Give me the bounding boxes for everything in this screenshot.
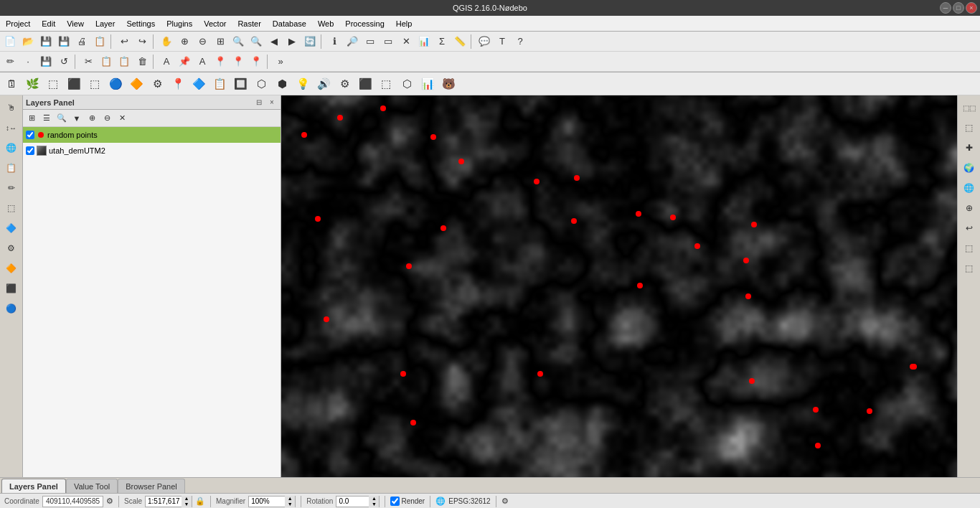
scale-input[interactable]: ▲ ▼ xyxy=(145,496,192,507)
edit-toolbar-btn-10[interactable]: A xyxy=(158,53,175,70)
toolbar-btn-29[interactable]: 💬 xyxy=(476,33,493,50)
edit-toolbar-btn-0[interactable]: ✏ xyxy=(1,53,19,70)
layers-filter[interactable]: 🔍 xyxy=(55,111,69,126)
maximize-button[interactable]: □ xyxy=(953,2,964,14)
layer-item-utah-dem[interactable]: utah_demUTM2 xyxy=(23,143,281,159)
left-btn-7[interactable]: 🔷 xyxy=(2,219,21,237)
layers-remove[interactable]: ✕ xyxy=(115,111,129,126)
plugin-btn-11[interactable]: 🔲 xyxy=(230,74,250,94)
edit-toolbar-btn-15[interactable]: 📍 xyxy=(248,53,265,70)
left-btn-1[interactable]: 🖱 xyxy=(2,98,21,117)
right-btn-2[interactable]: ⬚ xyxy=(960,118,979,137)
toolbar-btn-31[interactable]: ? xyxy=(512,33,529,50)
menu-item-help[interactable]: Help xyxy=(390,18,418,29)
toolbar-btn-17[interactable]: ▶ xyxy=(283,33,301,50)
edit-toolbar-btn-11[interactable]: 📌 xyxy=(176,53,193,70)
toolbar-btn-21[interactable]: 🔎 xyxy=(344,33,361,50)
toolbar-btn-2[interactable]: 💾 xyxy=(37,33,55,50)
toolbar-btn-10[interactable]: ✋ xyxy=(158,33,175,50)
layers-filter2[interactable]: ▼ xyxy=(70,111,84,126)
magnifier-down-button[interactable]: ▼ xyxy=(285,502,295,507)
edit-toolbar-btn-6[interactable]: 📋 xyxy=(98,53,115,70)
tab-layers-panel[interactable]: Layers Panel xyxy=(1,479,66,493)
menu-item-settings[interactable]: Settings xyxy=(121,18,161,29)
edit-toolbar-btn-14[interactable]: 📍 xyxy=(230,53,247,70)
plugin-btn-15[interactable]: 🔊 xyxy=(314,74,334,94)
right-btn-4[interactable]: 🌍 xyxy=(960,159,979,177)
left-btn-5[interactable]: ✏ xyxy=(2,179,21,197)
render-checkbox[interactable] xyxy=(390,497,400,506)
right-btn-1[interactable]: ⬚⬚ xyxy=(960,98,979,117)
scale-up-button[interactable]: ▲ xyxy=(182,496,192,502)
right-btn-3[interactable]: ✚ xyxy=(960,138,979,157)
left-btn-11[interactable]: 🔵 xyxy=(2,299,21,318)
edit-toolbar-btn-3[interactable]: ↺ xyxy=(55,53,72,70)
toolbar-btn-22[interactable]: ▭ xyxy=(362,33,379,50)
toolbar-btn-25[interactable]: 📊 xyxy=(415,33,433,50)
tab-value-tool[interactable]: Value Tool xyxy=(66,479,118,493)
edit-toolbar-btn-1[interactable]: · xyxy=(19,53,37,70)
left-btn-2[interactable]: ↕↔ xyxy=(2,118,21,137)
epsg-label[interactable]: EPSG:32612 xyxy=(448,497,490,505)
scale-down-button[interactable]: ▼ xyxy=(182,502,192,507)
toolbar-btn-0[interactable]: 📄 xyxy=(1,33,19,50)
rotation-value-input[interactable] xyxy=(336,497,369,507)
rotation-down-button[interactable]: ▼ xyxy=(369,502,379,507)
left-btn-6[interactable]: ⬚ xyxy=(2,199,21,217)
toolbar-btn-13[interactable]: ⊞ xyxy=(212,33,229,50)
plugin-btn-8[interactable]: 📍 xyxy=(168,74,188,94)
map-canvas[interactable] xyxy=(281,95,957,477)
toolbar-btn-11[interactable]: ⊕ xyxy=(176,33,193,50)
plugin-btn-9[interactable]: 🔷 xyxy=(189,74,209,94)
plugin-btn-3[interactable]: ⬛ xyxy=(64,74,84,94)
toolbar-btn-16[interactable]: ◀ xyxy=(265,33,283,50)
toolbar-btn-26[interactable]: Σ xyxy=(433,33,451,50)
plugin-btn-10[interactable]: 📋 xyxy=(209,74,230,94)
magnifier-input[interactable]: ▲ ▼ xyxy=(248,496,296,507)
plugin-btn-7[interactable]: ⚙ xyxy=(147,74,167,94)
edit-toolbar-btn-12[interactable]: A xyxy=(194,53,211,70)
plugin-btn-20[interactable]: 📊 xyxy=(418,74,438,94)
layers-close-button[interactable]: × xyxy=(266,97,278,108)
menu-item-view[interactable]: View xyxy=(61,18,90,29)
menu-item-plugins[interactable]: Plugins xyxy=(161,18,198,29)
layers-collapse[interactable]: ⊖ xyxy=(100,111,114,126)
left-btn-10[interactable]: ⬛ xyxy=(2,279,21,298)
toolbar-btn-14[interactable]: 🔍 xyxy=(230,33,247,50)
plugin-btn-0[interactable]: 🗓 xyxy=(1,74,22,94)
plugin-btn-12[interactable]: ⬡ xyxy=(251,74,271,94)
menu-item-raster[interactable]: Raster xyxy=(232,18,266,29)
toolbar-btn-18[interactable]: 🔄 xyxy=(301,33,319,50)
plugin-btn-1[interactable]: 🌿 xyxy=(22,74,42,94)
plugin-btn-14[interactable]: 💡 xyxy=(293,74,313,94)
plugin-btn-2[interactable]: ⬚ xyxy=(43,74,63,94)
plugin-btn-4[interactable]: ⬚ xyxy=(85,74,105,94)
toolbar-btn-27[interactable]: 📏 xyxy=(451,33,468,50)
right-btn-8[interactable]: ⬚ xyxy=(960,239,979,258)
menu-item-project[interactable]: Project xyxy=(0,18,36,29)
tab-browser-panel[interactable]: Browser Panel xyxy=(118,479,185,493)
menu-item-layer[interactable]: Layer xyxy=(90,18,121,29)
close-button[interactable]: × xyxy=(966,2,977,14)
magnifier-up-button[interactable]: ▲ xyxy=(285,496,295,502)
menu-item-edit[interactable]: Edit xyxy=(36,18,61,29)
toolbar-btn-23[interactable]: ▭ xyxy=(380,33,397,50)
coord-value[interactable]: 409110,4409585 xyxy=(42,496,103,507)
scale-value-input[interactable] xyxy=(146,497,182,507)
lock-icon[interactable]: 🔒 xyxy=(195,497,205,506)
layer-item-random-points[interactable]: random points xyxy=(23,127,281,143)
plugin-btn-19[interactable]: ⬡ xyxy=(397,74,417,94)
toolbar-btn-4[interactable]: 🖨 xyxy=(73,33,90,50)
toolbar-btn-7[interactable]: ↩ xyxy=(116,33,133,50)
layer-checkbox-random-points[interactable] xyxy=(26,131,34,139)
layers-expand[interactable]: ⊕ xyxy=(85,111,99,126)
plugin-btn-6[interactable]: 🔶 xyxy=(126,74,146,94)
edit-toolbar-btn-8[interactable]: 🗑 xyxy=(133,53,151,70)
plugin-btn-5[interactable]: 🔵 xyxy=(105,74,126,94)
menu-item-vector[interactable]: Vector xyxy=(198,18,232,29)
right-btn-5[interactable]: 🌐 xyxy=(960,179,979,197)
plugin-btn-13[interactable]: ⬢ xyxy=(272,74,292,94)
toolbar-btn-30[interactable]: T xyxy=(494,33,511,50)
crs-icon[interactable]: 🌐 xyxy=(435,497,446,506)
settings-icon[interactable]: ⚙ xyxy=(501,497,509,506)
